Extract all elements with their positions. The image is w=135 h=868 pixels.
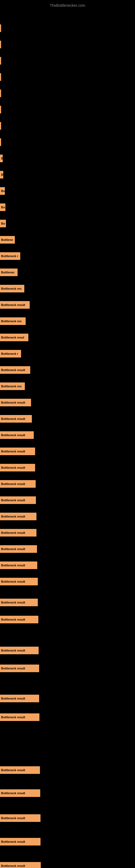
bar-33: Bottleneck result — [0, 561, 37, 569]
bar-32: Bottleneck result — [0, 545, 37, 553]
bar-27: Bottleneck result — [0, 464, 35, 471]
bar-44: Bottleneck result — [0, 838, 41, 845]
bar-6 — [0, 122, 1, 130]
bar-36: Bottleneck result — [0, 616, 38, 623]
bar-row-26: Bottleneck result — [0, 447, 135, 455]
bar-row-37: Bottleneck result — [0, 647, 135, 654]
bar-16: Bottleneck res — [0, 285, 24, 292]
bar-row-36: Bottleneck result — [0, 616, 135, 623]
bar-row-27: Bottleneck result — [0, 464, 135, 471]
bar-row-32: Bottleneck result — [0, 545, 135, 553]
bar-4 — [0, 90, 1, 97]
bar-row-16: Bottleneck res — [0, 285, 135, 292]
bar-26: Bottleneck result — [0, 447, 35, 455]
bar-row-34: Bottleneck result — [0, 578, 135, 585]
bar-row-31: Bottleneck result — [0, 529, 135, 536]
bar-45: Bottleneck result — [0, 862, 41, 868]
bar-21: Bottleneck result — [0, 366, 30, 374]
bar-29: Bottleneck result — [0, 496, 36, 504]
bar-row-41: Bottleneck result — [0, 766, 135, 774]
bar-row-42: Bottleneck result — [0, 789, 135, 797]
bar-24: Bottleneck result — [0, 415, 32, 423]
bar-5 — [0, 106, 1, 113]
bar-row-30: Bottleneck result — [0, 513, 135, 520]
bar-row-8: B — [0, 155, 135, 162]
bar-row-3 — [0, 73, 135, 81]
bar-row-11: Bo — [0, 204, 135, 211]
bar-row-33: Bottleneck result — [0, 561, 135, 569]
bar-11: Bo — [0, 204, 5, 211]
bar-8: B — [0, 155, 3, 162]
bar-row-22: Bottleneck res — [0, 382, 135, 390]
bar-row-17: Bottleneck result — [0, 301, 135, 309]
bar-14: Bottleneck r — [0, 252, 20, 260]
bar-row-5 — [0, 106, 135, 113]
bar-43: Bottleneck result — [0, 814, 41, 822]
bar-row-6 — [0, 122, 135, 130]
bar-1 — [0, 41, 1, 48]
site-title: TheBottlenecker.com — [0, 1, 135, 10]
bar-38: Bottleneck result — [0, 664, 39, 672]
bar-row-12: Bo — [0, 220, 135, 227]
bar-row-39: Bottleneck result — [0, 695, 135, 702]
bar-22: Bottleneck res — [0, 382, 25, 390]
bar-row-18: Bottleneck res — [0, 317, 135, 325]
bar-15: Bottlenec — [0, 269, 17, 276]
bar-row-0 — [0, 24, 135, 32]
bar-40: Bottleneck result — [0, 713, 39, 721]
bar-row-1 — [0, 41, 135, 48]
bar-row-4 — [0, 90, 135, 97]
bar-row-9: B — [0, 171, 135, 179]
bar-34: Bottleneck result — [0, 578, 38, 585]
bar-row-10: Bo — [0, 187, 135, 195]
bar-row-23: Bottleneck result — [0, 399, 135, 406]
bar-9: B — [0, 171, 3, 179]
bar-row-19: Bottleneck resul — [0, 334, 135, 341]
bar-0 — [0, 24, 1, 32]
bar-row-13: Bottlene — [0, 236, 135, 244]
bar-17: Bottleneck result — [0, 301, 30, 309]
bar-row-20: Bottleneck r — [0, 350, 135, 358]
bar-28: Bottleneck result — [0, 480, 36, 488]
bar-39: Bottleneck result — [0, 695, 39, 702]
bar-25: Bottleneck result — [0, 431, 34, 439]
bar-13: Bottlene — [0, 236, 15, 244]
bar-10: Bo — [0, 187, 5, 195]
bar-41: Bottleneck result — [0, 766, 40, 774]
bar-2 — [0, 57, 1, 65]
bar-row-29: Bottleneck result — [0, 496, 135, 504]
bar-row-15: Bottlenec — [0, 269, 135, 276]
bar-35: Bottleneck result — [0, 599, 38, 606]
bar-37: Bottleneck result — [0, 647, 39, 654]
bar-42: Bottleneck result — [0, 789, 40, 797]
bar-row-40: Bottleneck result — [0, 713, 135, 721]
bar-row-44: Bottleneck result — [0, 838, 135, 845]
bar-3 — [0, 73, 1, 81]
bar-20: Bottleneck r — [0, 350, 21, 358]
bar-19: Bottleneck resul — [0, 334, 28, 341]
bar-row-7 — [0, 138, 135, 146]
bar-row-38: Bottleneck result — [0, 664, 135, 672]
bar-row-45: Bottleneck result — [0, 862, 135, 868]
bar-row-21: Bottleneck result — [0, 366, 135, 374]
bar-31: Bottleneck result — [0, 529, 37, 536]
bar-23: Bottleneck result — [0, 399, 31, 406]
bar-18: Bottleneck res — [0, 317, 26, 325]
bar-row-35: Bottleneck result — [0, 599, 135, 606]
bar-row-43: Bottleneck result — [0, 814, 135, 822]
bar-row-24: Bottleneck result — [0, 415, 135, 423]
bar-12: Bo — [0, 220, 6, 227]
bar-30: Bottleneck result — [0, 513, 37, 520]
bar-7 — [0, 138, 1, 146]
bar-row-25: Bottleneck result — [0, 431, 135, 439]
bar-row-14: Bottleneck r — [0, 252, 135, 260]
bar-row-28: Bottleneck result — [0, 480, 135, 488]
bar-row-2 — [0, 57, 135, 65]
